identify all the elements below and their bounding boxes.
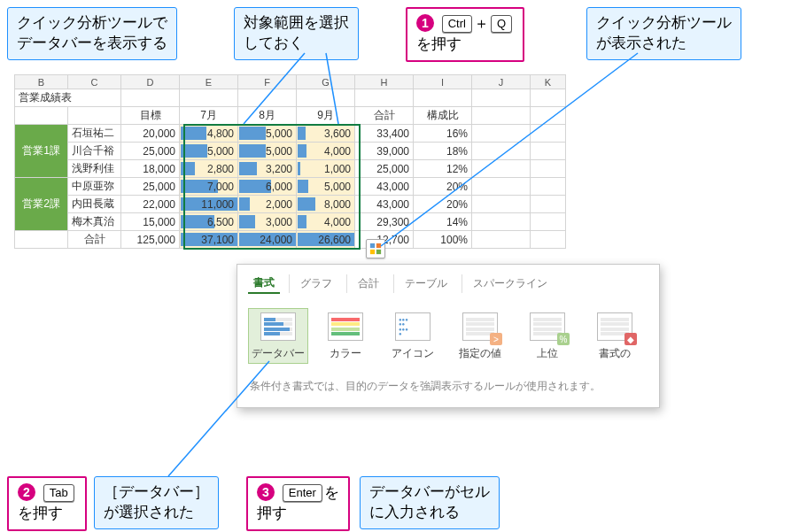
target-cell[interactable]: 22,000 <box>121 196 180 213</box>
aug-cell[interactable]: 6,000 <box>238 178 297 196</box>
hdr-jul[interactable]: 7月 <box>180 107 238 125</box>
qa-description: 条件付き書式では、目的のデータを強調表示するルールが使用されます。 <box>237 369 659 407</box>
jul-cell[interactable]: 11,000 <box>180 196 238 213</box>
ratio-cell[interactable]: 18% <box>414 143 472 160</box>
table-row: 内田長蔵 22,000 11,000 2,000 8,000 43,000 20… <box>15 196 566 213</box>
total-jul[interactable]: 37,100 <box>180 231 238 249</box>
target-cell[interactable]: 18,000 <box>121 160 180 178</box>
total-cell[interactable]: 29,300 <box>355 213 414 231</box>
ratio-cell[interactable]: 20% <box>414 178 472 196</box>
name-cell[interactable]: 梅木真治 <box>68 213 121 231</box>
sep-cell[interactable]: 8,000 <box>297 196 355 213</box>
sep-cell[interactable]: 1,000 <box>297 160 355 178</box>
total-target[interactable]: 125,000 <box>121 231 180 249</box>
sep-cell[interactable]: 5,000 <box>297 178 355 196</box>
callout-tool-shown: クイック分析ツール が表示された <box>586 7 741 60</box>
quick-analysis-panel: 書式 グラフ 合計 テーブル スパークライン データバー カラー ●●●●●●●… <box>237 264 660 408</box>
ratio-cell[interactable]: 14% <box>414 213 472 231</box>
sep-cell[interactable]: 4,000 <box>297 143 355 160</box>
total-cell[interactable]: 25,000 <box>355 160 414 178</box>
qa-tab-format[interactable]: 書式 <box>248 274 280 294</box>
target-cell[interactable]: 15,000 <box>121 213 180 231</box>
jul-cell[interactable]: 2,800 <box>180 160 238 178</box>
col-F[interactable]: F <box>238 75 297 89</box>
name-cell[interactable]: 内田長蔵 <box>68 196 121 213</box>
qa-item-iconset[interactable]: ●●●●●●●●● アイコン <box>383 308 443 364</box>
col-D[interactable]: D <box>121 75 180 89</box>
hdr-target[interactable]: 目標 <box>121 107 180 125</box>
qa-item-clear-label: 書式の <box>586 346 644 361</box>
step2-tail: を押す <box>18 505 63 521</box>
greater-icon: > <box>462 312 498 341</box>
aug-cell[interactable]: 3,000 <box>238 213 297 231</box>
key-enter: Enter <box>283 484 322 502</box>
target-cell[interactable]: 20,000 <box>121 125 180 143</box>
hdr-total[interactable]: 合計 <box>355 107 414 125</box>
col-K[interactable]: K <box>531 75 566 89</box>
sep-cell[interactable]: 4,000 <box>297 213 355 231</box>
col-J[interactable]: J <box>472 75 531 89</box>
aug-cell[interactable]: 5,000 <box>238 125 297 143</box>
jul-cell[interactable]: 6,500 <box>180 213 238 231</box>
total-cell[interactable]: 33,400 <box>355 125 414 143</box>
col-I[interactable]: I <box>414 75 472 89</box>
quick-analysis-button[interactable] <box>366 239 385 258</box>
target-cell[interactable]: 25,000 <box>121 143 180 160</box>
name-cell[interactable]: 浅野利佳 <box>68 160 121 178</box>
key-tab: Tab <box>43 484 74 502</box>
col-E[interactable]: E <box>180 75 238 89</box>
jul-cell[interactable]: 4,800 <box>180 125 238 143</box>
qa-item-top[interactable]: % 上位 <box>517 308 578 364</box>
total-cell[interactable]: 43,000 <box>355 196 414 213</box>
qa-item-databar-label: データバー <box>249 346 307 361</box>
col-H[interactable]: H <box>355 75 414 89</box>
qa-tab-sparkline[interactable]: スパークライン <box>462 274 553 293</box>
colorscale-icon <box>328 312 363 341</box>
jul-cell[interactable]: 5,000 <box>180 143 238 160</box>
qa-tab-chart[interactable]: グラフ <box>289 274 337 293</box>
qa-tab-total[interactable]: 合計 <box>346 274 384 293</box>
total-label[interactable]: 合計 <box>68 231 121 249</box>
aug-cell[interactable]: 2,000 <box>238 196 297 213</box>
total-aug[interactable]: 24,000 <box>238 231 297 249</box>
group1-cell[interactable]: 営業1課 <box>15 125 68 178</box>
target-cell[interactable]: 25,000 <box>121 178 180 196</box>
sep-cell[interactable]: 3,600 <box>297 125 355 143</box>
name-cell[interactable]: 川合千裕 <box>68 143 121 160</box>
qa-item-databar[interactable]: データバー <box>248 308 308 364</box>
hdr-sep[interactable]: 9月 <box>297 107 355 125</box>
ratio-cell[interactable]: 16% <box>414 125 472 143</box>
qa-item-greater[interactable]: > 指定の値 <box>450 308 510 364</box>
jul-cell[interactable]: 7,000 <box>180 178 238 196</box>
group2-cell[interactable]: 営業2課 <box>15 178 68 231</box>
qa-item-clear[interactable]: ◆ 書式の <box>585 308 645 364</box>
key-ctrl: Ctrl <box>442 15 472 33</box>
qa-tabs: 書式 グラフ 合計 テーブル スパークライン <box>237 265 659 299</box>
hdr-ratio[interactable]: 構成比 <box>414 107 472 125</box>
total-ratio[interactable]: 100% <box>414 231 472 249</box>
name-cell[interactable]: 石垣祐二 <box>68 125 121 143</box>
step-badge-1: 1 <box>416 14 434 32</box>
qa-items: データバー カラー ●●●●●●●●● アイコン > 指定の値 % 上位 ◆ 書… <box>237 299 659 369</box>
hdr-aug[interactable]: 8月 <box>238 107 297 125</box>
qa-tab-table[interactable]: テーブル <box>393 274 453 293</box>
callout-title: クイック分析ツールで データバーを表示する <box>7 7 177 60</box>
qa-item-greater-label: 指定の値 <box>451 346 509 361</box>
callout-select-range: 対象範囲を選択 しておく <box>234 7 359 60</box>
aug-cell[interactable]: 5,000 <box>238 143 297 160</box>
col-B[interactable]: B <box>15 75 68 89</box>
ratio-cell[interactable]: 12% <box>414 160 472 178</box>
total-cell[interactable]: 39,000 <box>355 143 414 160</box>
step-badge-2: 2 <box>18 483 35 501</box>
sheet-title[interactable]: 営業成績表 <box>15 89 121 107</box>
callout-databar-inserted: データバーがセル に入力される <box>360 476 500 529</box>
ratio-cell[interactable]: 20% <box>414 196 472 213</box>
name-cell[interactable]: 中原亜弥 <box>68 178 121 196</box>
aug-cell[interactable]: 3,200 <box>238 160 297 178</box>
qa-item-color[interactable]: カラー <box>315 308 376 364</box>
col-G[interactable]: G <box>297 75 355 89</box>
total-cell[interactable]: 43,000 <box>355 178 414 196</box>
key-q: Q <box>491 15 512 33</box>
col-C[interactable]: C <box>68 75 121 89</box>
total-sep[interactable]: 26,600 <box>297 231 355 249</box>
